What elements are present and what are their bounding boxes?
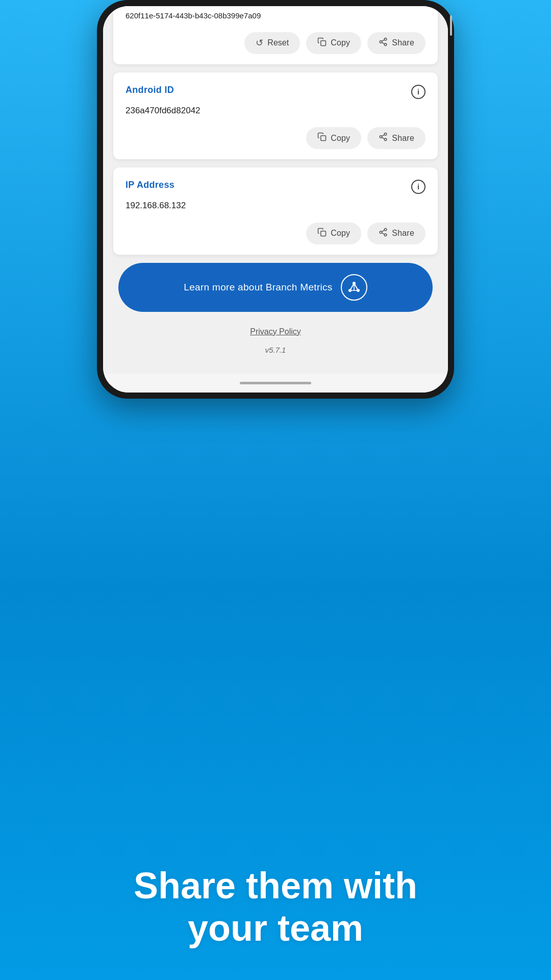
tagline-line2: your team <box>188 908 363 948</box>
device-id-card: 620f11e-5174-443b-b43c-08b399e7a09 ↺ Res… <box>113 6 438 64</box>
android-id-copy-label: Copy <box>331 134 350 143</box>
nav-bar <box>103 374 448 393</box>
android-id-value: 236a470fd6d82042 <box>126 104 425 117</box>
branch-logo-icon <box>341 274 367 301</box>
android-id-card: Android ID i 236a470fd6d82042 <box>113 72 438 160</box>
android-id-title: Android ID <box>126 85 174 95</box>
ip-address-share-button[interactable]: Share <box>367 223 425 244</box>
android-id-info-button[interactable]: i <box>411 85 425 99</box>
svg-point-8 <box>380 136 383 138</box>
ip-address-value: 192.168.68.132 <box>126 199 425 212</box>
share-icon-3 <box>379 228 388 239</box>
svg-rect-6 <box>321 136 326 141</box>
svg-line-4 <box>382 42 385 44</box>
svg-rect-12 <box>321 231 326 236</box>
svg-point-15 <box>385 234 387 236</box>
svg-line-16 <box>382 233 385 234</box>
device-id-buttons: ↺ Reset Copy <box>126 32 425 54</box>
ip-address-share-label: Share <box>392 229 414 238</box>
svg-point-3 <box>385 43 387 46</box>
ip-address-info-button[interactable]: i <box>411 180 425 194</box>
svg-line-22 <box>354 283 358 290</box>
svg-line-10 <box>382 137 385 139</box>
android-id-copy-button[interactable]: Copy <box>306 127 361 149</box>
svg-line-11 <box>382 135 385 136</box>
reset-label: Reset <box>267 38 289 47</box>
privacy-policy-link[interactable]: Privacy Policy <box>103 322 448 341</box>
svg-point-1 <box>385 38 387 40</box>
tagline-line1: Share them with <box>134 865 417 906</box>
ip-address-buttons: Copy Share <box>126 223 425 244</box>
phone-mockup: 620f11e-5174-443b-b43c-08b399e7a09 ↺ Res… <box>97 0 454 399</box>
device-id-copy-label: Copy <box>331 38 350 47</box>
device-id-share-button[interactable]: Share <box>367 32 425 54</box>
info-icon-1: i <box>417 88 419 96</box>
branch-metrics-button[interactable]: Learn more about Branch Metrics <box>118 263 433 312</box>
svg-point-13 <box>385 228 387 231</box>
bottom-tagline: Share them with your team <box>0 865 551 949</box>
copy-icon-2 <box>317 132 327 144</box>
device-id-copy-button[interactable]: Copy <box>306 32 361 54</box>
svg-rect-0 <box>321 40 326 45</box>
ip-address-copy-label: Copy <box>331 229 350 238</box>
privacy-policy-label: Privacy Policy <box>250 327 301 336</box>
device-id-share-label: Share <box>392 38 414 47</box>
svg-point-7 <box>385 133 387 136</box>
android-id-buttons: Copy Share <box>126 127 425 149</box>
branch-button-label: Learn more about Branch Metrics <box>184 282 332 293</box>
phone-screen: 620f11e-5174-443b-b43c-08b399e7a09 ↺ Res… <box>103 6 448 393</box>
ip-address-copy-button[interactable]: Copy <box>306 223 361 244</box>
share-icon-2 <box>379 132 388 144</box>
copy-icon-3 <box>317 228 327 239</box>
screen-content: 620f11e-5174-443b-b43c-08b399e7a09 ↺ Res… <box>103 6 448 374</box>
svg-point-14 <box>380 231 383 233</box>
version-label: v5.7.1 <box>103 341 448 358</box>
svg-point-9 <box>385 138 387 141</box>
ip-address-header: IP Address i <box>126 180 425 194</box>
ip-address-title: IP Address <box>126 180 174 190</box>
svg-line-17 <box>382 230 385 231</box>
svg-point-2 <box>380 40 383 43</box>
copy-icon-1 <box>317 37 327 49</box>
android-id-share-label: Share <box>392 134 414 143</box>
device-id-value: 620f11e-5174-443b-b43c-08b399e7a09 <box>126 6 425 22</box>
svg-line-5 <box>382 39 385 41</box>
android-id-share-button[interactable]: Share <box>367 127 425 149</box>
reset-icon: ↺ <box>256 37 263 48</box>
info-icon-2: i <box>417 183 419 191</box>
ip-address-card: IP Address i 192.168.68.132 <box>113 167 438 255</box>
svg-line-21 <box>350 283 354 290</box>
android-id-header: Android ID i <box>126 85 425 99</box>
nav-indicator <box>240 382 311 384</box>
reset-button[interactable]: ↺ Reset <box>244 32 300 54</box>
share-icon-1 <box>379 37 388 49</box>
